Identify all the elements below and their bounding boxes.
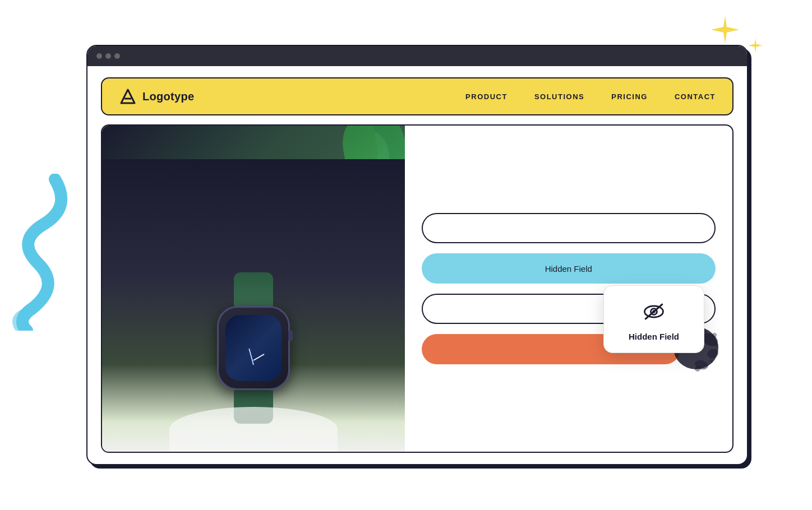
tooltip-label: Hidden Field [629, 332, 679, 341]
svg-point-7 [715, 344, 718, 347]
browser-dot-2 [105, 53, 111, 59]
image-panel [102, 126, 405, 452]
form-input-1[interactable] [422, 213, 716, 243]
form-panel: Hidden Field [405, 126, 732, 452]
squiggle-decoration [10, 174, 72, 331]
nav-contact[interactable]: CONTACT [675, 92, 716, 101]
browser-window: Logotype PRODUCT SOLUTIONS PRICING CONTA… [86, 45, 748, 465]
nav-product[interactable]: PRODUCT [465, 92, 507, 101]
navbar: Logotype PRODUCT SOLUTIONS PRICING CONTA… [101, 77, 733, 115]
svg-point-6 [712, 333, 717, 337]
logo-area: Logotype [119, 87, 465, 105]
browser-bar [87, 46, 747, 66]
logo-icon [119, 87, 137, 105]
logo-text: Logotype [142, 90, 194, 103]
hidden-field-blue[interactable]: Hidden Field [422, 253, 716, 284]
main-content: Hidden Field [101, 124, 733, 453]
orange-row: Hidden Field [422, 334, 716, 364]
hidden-field-blue-label: Hidden Field [545, 264, 592, 273]
star-large-icon [711, 16, 739, 44]
browser-dot-3 [114, 53, 120, 59]
hidden-field-icon [639, 297, 668, 326]
star-small-icon [748, 38, 763, 53]
svg-point-8 [709, 359, 713, 363]
nav-links: PRODUCT SOLUTIONS PRICING CONTACT [465, 92, 716, 101]
tooltip-card: Hidden Field [603, 285, 704, 353]
nav-pricing[interactable]: PRICING [611, 92, 648, 101]
svg-marker-0 [121, 90, 135, 103]
svg-point-9 [695, 366, 700, 372]
browser-dot-1 [96, 53, 102, 59]
nav-solutions[interactable]: SOLUTIONS [534, 92, 584, 101]
